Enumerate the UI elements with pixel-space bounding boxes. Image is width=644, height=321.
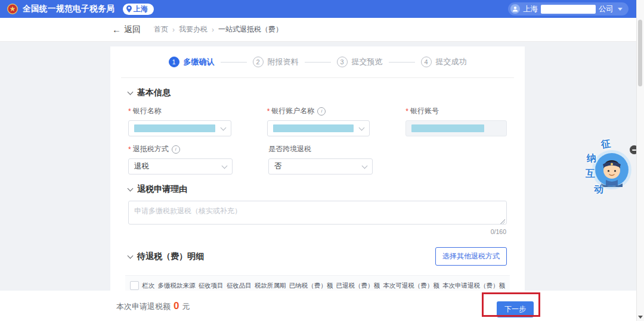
select-all-checkbox[interactable]: [130, 281, 139, 290]
summary-label: 本次申请退税额: [116, 301, 171, 312]
back-arrow-icon: ←: [112, 25, 121, 34]
refund-method-label: * 退抵税方式 i: [128, 144, 233, 154]
reason-textarea[interactable]: [128, 201, 507, 225]
collapse-chevron-icon[interactable]: [128, 253, 134, 258]
cross-border-label-text: 是否跨境退税: [268, 144, 311, 154]
info-icon[interactable]: i: [172, 145, 180, 154]
basic-info-section-header: 基本信息: [128, 88, 507, 98]
cross-border-select[interactable]: 否: [268, 158, 373, 174]
collapse-chevron-icon[interactable]: [128, 89, 134, 95]
tax-bureau-emblem-icon: [7, 4, 18, 14]
basic-info-row-2: * 退抵税方式 i 退税 是否跨境退税 否: [110, 144, 525, 174]
bank-account-number-field: * 银行账号: [405, 106, 507, 136]
page-background: 1 多缴确认 2 附报资料 3 提交预览 4 提交成功 基本信息: [0, 42, 644, 291]
chevron-down-icon: [618, 8, 623, 11]
reason-section-header: 退税申请理由: [128, 184, 507, 195]
app-title: 全国统一规范电子税务局: [23, 4, 114, 14]
col-tax-period: 税款所属期: [255, 282, 286, 290]
redacted-bank-name: [134, 124, 215, 132]
bank-account-number-label-text: 银行账号: [410, 106, 439, 116]
col-refundable-amount: 本次可退税（费）额: [383, 282, 439, 290]
assistant-char-dong: 动: [593, 183, 603, 196]
breadcrumb-separator: ›: [172, 26, 175, 34]
choose-other-refund-method-button[interactable]: 选择其他退税方式: [435, 247, 507, 266]
scrollbar-down-arrow[interactable]: [638, 316, 643, 319]
scrollbar-thumb[interactable]: [638, 20, 642, 86]
form-card: 1 多缴确认 2 附报资料 3 提交预览 4 提交成功 基本信息: [110, 46, 525, 291]
step-4-number: 4: [421, 57, 432, 67]
required-mark: *: [267, 107, 270, 116]
summary-amount: 0: [174, 300, 179, 312]
reason-title: 退税申请理由: [137, 184, 187, 195]
step-connector: [305, 62, 331, 63]
assistant-char-na: 纳: [586, 152, 596, 165]
detail-table-header: 栏次 多缴税款来源 征收项目 征收品目 税款所属期 已纳税（费）额 已退税（费）…: [125, 275, 510, 291]
back-button[interactable]: ← 返回: [112, 24, 141, 35]
page-scrollbar[interactable]: [636, 0, 644, 321]
user-account-menu[interactable]: 上海 公司: [508, 2, 628, 15]
location-selector[interactable]: 上海: [123, 4, 154, 15]
user-name-suffix: 公司: [599, 4, 614, 14]
assistant-char-hu: 互: [586, 168, 595, 180]
step-3-submit-preview: 3 提交预览: [337, 57, 383, 67]
step-indicator: 1 多缴确认 2 附报资料 3 提交预览 4 提交成功: [121, 46, 514, 78]
char-counter: 0/160: [129, 228, 506, 235]
location-label: 上海: [134, 4, 148, 14]
breadcrumb-home[interactable]: 首页: [154, 24, 168, 35]
step-1-label: 多缴确认: [184, 57, 215, 67]
redacted-bank-account-name: [273, 124, 354, 132]
location-pin-icon: [126, 5, 132, 13]
bank-account-name-select[interactable]: [267, 120, 370, 136]
step-4-submit-success: 4 提交成功: [421, 57, 467, 67]
step-4-label: 提交成功: [436, 57, 467, 67]
redacted-company-name: [541, 5, 596, 14]
refund-amount-summary: 本次申请退税额 0 元: [116, 300, 190, 312]
user-name-prefix: 上海: [523, 4, 538, 14]
detail-title: 待退税（费）明细: [137, 251, 204, 262]
step-3-label: 提交预览: [352, 57, 383, 67]
step-2-attachments: 2 附报资料: [253, 57, 299, 67]
step-connector: [389, 62, 415, 63]
chevron-down-icon: [362, 163, 368, 169]
step-1-number: 1: [169, 57, 179, 67]
summary-unit: 元: [182, 301, 190, 312]
col-levy-subitem: 征收品目: [227, 282, 252, 290]
back-label: 返回: [124, 24, 141, 35]
step-connector: [221, 62, 247, 63]
bank-account-number-input: [405, 120, 507, 136]
step-2-number: 2: [253, 57, 264, 67]
col-row-number: 栏次: [142, 282, 154, 290]
user-avatar-icon: [510, 4, 520, 14]
cross-border-label: 是否跨境退税: [268, 144, 373, 154]
chevron-down-icon: [220, 124, 226, 130]
col-overpaid-tax-source: 多缴税款来源: [157, 282, 195, 290]
breadcrumb-current-page: 一站式退抵税（费）: [218, 24, 283, 35]
breadcrumb-tax-tasks[interactable]: 我要办税: [179, 24, 208, 35]
detail-section-header: 待退税（费）明细 选择其他退税方式: [128, 247, 507, 266]
step-1-overpayment-confirm: 1 多缴确认: [169, 57, 215, 67]
chevron-down-icon: [222, 163, 228, 169]
breadcrumb-separator: ›: [212, 26, 214, 34]
col-paid-amount: 已纳税（费）额: [289, 282, 333, 290]
bank-account-number-label: * 银行账号: [405, 106, 507, 116]
chevron-down-icon: [359, 124, 365, 130]
required-mark: *: [128, 107, 131, 116]
col-levy-item: 征收项目: [199, 282, 224, 290]
cross-border-field: 是否跨境退税 否: [268, 144, 373, 174]
redacted-bank-account-number: [411, 124, 484, 132]
step-3-number: 3: [337, 57, 348, 67]
refund-method-label-text: 退抵税方式: [133, 144, 169, 154]
reason-area: [128, 201, 507, 227]
cross-border-value: 否: [274, 161, 282, 172]
next-step-button[interactable]: 下一步: [497, 301, 534, 317]
collapse-chevron-icon[interactable]: [128, 186, 134, 192]
refund-method-value: 退税: [134, 161, 149, 172]
footer-bar: 本次申请退税额 0 元 下一步: [0, 291, 644, 321]
refund-method-select[interactable]: 退税: [128, 158, 233, 174]
info-icon[interactable]: i: [317, 107, 326, 116]
detail-title-wrap: 待退税（费）明细: [128, 251, 204, 262]
basic-info-title: 基本信息: [137, 88, 171, 98]
required-mark: *: [128, 145, 131, 154]
bank-name-select[interactable]: [128, 120, 231, 136]
bank-account-name-label-text: 银行账户名称: [271, 106, 314, 116]
